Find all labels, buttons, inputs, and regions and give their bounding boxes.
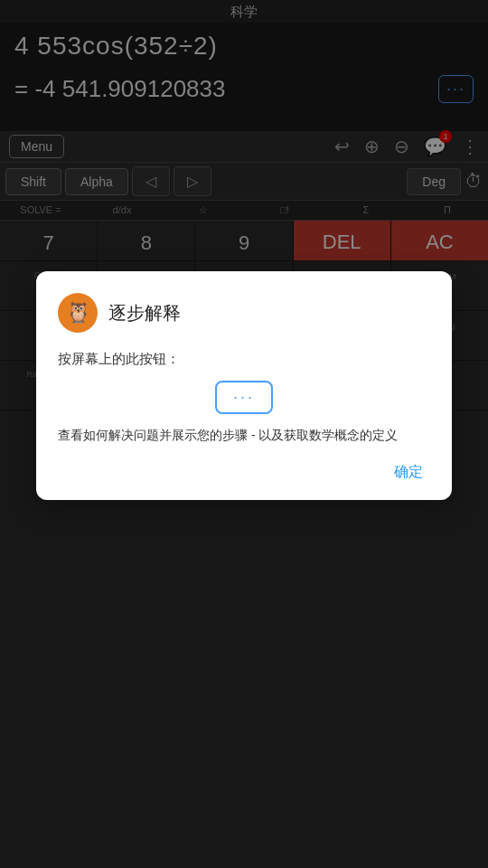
step-explanation-dialog: 🦉 逐步解释 按屏幕上的此按钮： ··· 查看如何解决问题并展示您的步骤 - 以… xyxy=(36,271,452,500)
dialog-body: 按屏幕上的此按钮： ··· 查看如何解决问题并展示您的步骤 - 以及获取数学概念… xyxy=(58,349,430,445)
dialog-prompt-text: 按屏幕上的此按钮： xyxy=(58,349,430,370)
dialog-title: 逐步解释 xyxy=(108,301,181,326)
dialog-dots-button[interactable]: ··· xyxy=(215,381,273,414)
dialog-footer: 确定 xyxy=(58,459,430,486)
dialog-overlay: 🦉 逐步解释 按屏幕上的此按钮： ··· 查看如何解决问题并展示您的步骤 - 以… xyxy=(0,0,488,868)
owl-icon: 🦉 xyxy=(58,293,98,333)
dialog-description: 查看如何解决问题并展示您的步骤 - 以及获取数学概念的定义 xyxy=(58,425,430,445)
confirm-button[interactable]: 确定 xyxy=(387,459,430,486)
dialog-header: 🦉 逐步解释 xyxy=(58,293,430,333)
